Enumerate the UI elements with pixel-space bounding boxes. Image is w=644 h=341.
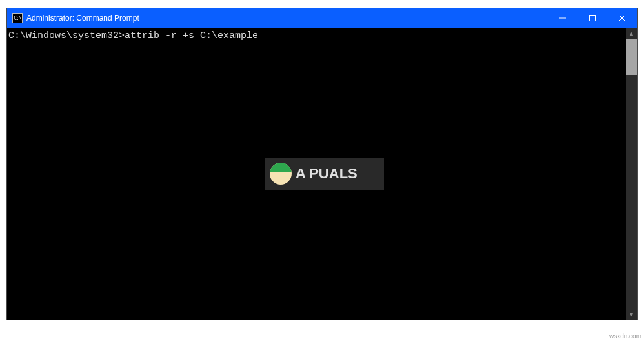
watermark-logo: A PUALS bbox=[265, 158, 384, 190]
cmd-icon: C:\ bbox=[12, 13, 23, 23]
minimize-button[interactable] bbox=[548, 8, 578, 28]
scrollbar-thumb[interactable] bbox=[626, 39, 637, 75]
scroll-down-arrow[interactable]: ▼ bbox=[626, 309, 637, 320]
prompt-text: C:\Windows\system32> bbox=[8, 30, 125, 41]
vertical-scrollbar[interactable]: ▲ ▼ bbox=[626, 28, 637, 320]
appuals-mascot-icon bbox=[270, 163, 292, 185]
close-button[interactable] bbox=[607, 8, 637, 28]
window-title: Administrator: Command Prompt bbox=[26, 14, 548, 23]
svg-rect-1 bbox=[590, 16, 596, 21]
scroll-up-arrow[interactable]: ▲ bbox=[626, 28, 637, 39]
window-controls bbox=[548, 8, 637, 28]
watermark-text: A PUALS bbox=[296, 165, 357, 182]
watermark-url: wsxdn.com bbox=[609, 333, 641, 340]
titlebar[interactable]: C:\ Administrator: Command Prompt bbox=[7, 8, 637, 28]
command-text: attrib -r +s C:\example bbox=[125, 30, 258, 41]
maximize-button[interactable] bbox=[578, 8, 607, 28]
